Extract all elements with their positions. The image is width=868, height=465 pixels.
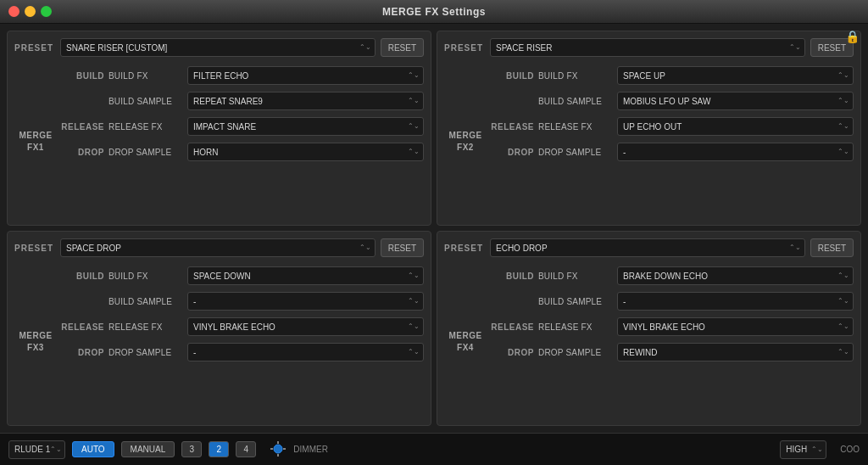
build-sample-select-3[interactable]: - [187, 292, 424, 311]
side-label-2: MERGE FX2 [444, 64, 487, 218]
preset-select-wrapper-1[interactable]: SNARE RISER [CUSTOM] [60, 38, 376, 57]
release-fx-select-wrapper-4[interactable]: VINYL BRAKE ECHO [617, 317, 854, 336]
release-label-4: RELEASE [490, 322, 534, 332]
build-sample-label-3: BUILD SAMPLE [108, 297, 183, 306]
preset-select-4[interactable]: ECHO DROP [490, 238, 805, 257]
drop-sample-select-3[interactable]: - [187, 343, 424, 361]
release-fx-select-wrapper-1[interactable]: IMPACT SNARE [187, 117, 424, 136]
release-fx-select-wrapper-2[interactable]: UP ECHO OUT [617, 117, 854, 136]
drop-sample-label-1: DROP SAMPLE [108, 148, 183, 157]
build-sample-select-wrapper-4[interactable]: - [617, 292, 854, 311]
close-button[interactable] [8, 6, 19, 17]
preset-select-1[interactable]: SNARE RISER [CUSTOM] [60, 38, 376, 57]
drop-sample-label-4: DROP SAMPLE [538, 348, 613, 357]
release-fx-select-2[interactable]: UP ECHO OUT [617, 117, 854, 136]
preset-label-3: PRESET [14, 244, 55, 253]
build-fx-row-1: BUILD BUILD FX FILTER ECHO [60, 64, 424, 87]
release-fx-label-1: RELEASE FX [108, 122, 183, 132]
dimmer-icon [270, 440, 287, 459]
drop-sample-select-wrapper-2[interactable]: - [617, 143, 854, 161]
side-label-1: MERGE FX1 [14, 64, 57, 218]
preset-select-2[interactable]: SPACE RISER [490, 38, 805, 57]
high-select-wrapper[interactable]: HIGH [780, 440, 826, 459]
build-fx-select-wrapper-1[interactable]: FILTER ECHO [187, 66, 424, 85]
release-fx-row-3: RELEASE RELEASE FX VINYL BRAKE ECHO [60, 316, 424, 338]
build-fx-select-3[interactable]: SPACE DOWN [187, 266, 424, 285]
drop-sample-select-1[interactable]: HORN [187, 143, 424, 161]
num3-button[interactable]: 3 [181, 441, 202, 457]
fx-panel-2: PRESET SPACE RISER RESET MERGE FX2 BUILD… [437, 31, 861, 226]
build-sample-select-wrapper-1[interactable]: REPEAT SNARE9 [187, 92, 424, 110]
preset-select-wrapper-3[interactable]: SPACE DROP [60, 238, 376, 257]
build-sample-row-3: BUILD SAMPLE - [60, 290, 424, 312]
drop-sample-select-wrapper-3[interactable]: - [187, 343, 424, 361]
build-sample-label-4: BUILD SAMPLE [538, 297, 613, 306]
side-label-4: MERGE FX4 [444, 265, 487, 418]
build-sample-label-2: BUILD SAMPLE [538, 97, 613, 106]
drop-sample-row-3: DROP DROP SAMPLE - [60, 341, 424, 363]
prelude-select-wrapper[interactable]: RLUDE 1 [8, 440, 65, 459]
release-label-2: RELEASE [490, 122, 534, 132]
release-fx-label-2: RELEASE FX [538, 122, 613, 132]
panel-body-4: MERGE FX4 BUILD BUILD FX BRAKE DOWN ECHO… [444, 265, 854, 418]
build-fx-label-3: BUILD FX [108, 272, 183, 281]
drop-label-2: DROP [490, 148, 534, 157]
drop-sample-select-4[interactable]: REWIND [617, 343, 854, 361]
fx-panel-4: PRESET ECHO DROP RESET MERGE FX4 BUILD B… [437, 231, 861, 426]
build-fx-select-1[interactable]: FILTER ECHO [187, 66, 424, 85]
num4-button[interactable]: 4 [236, 441, 256, 457]
reset-button-4[interactable]: RESET [810, 238, 854, 257]
dimmer-svg [270, 440, 287, 457]
reset-button-1[interactable]: RESET [381, 38, 424, 57]
lock-icon: 🔒 [845, 30, 860, 43]
bottom-bar: RLUDE 1 AUTO MANUAL 3 2 4 DIMMER HIGH CO… [0, 433, 868, 465]
preset-select-wrapper-2[interactable]: SPACE RISER [490, 38, 805, 57]
build-fx-select-wrapper-3[interactable]: SPACE DOWN [187, 266, 424, 285]
sections-4: BUILD BUILD FX BRAKE DOWN ECHO BUILD SAM… [490, 265, 854, 418]
build-fx-select-wrapper-4[interactable]: BRAKE DOWN ECHO [617, 266, 854, 285]
drop-sample-select-wrapper-1[interactable]: HORN [187, 143, 424, 161]
preset-select-wrapper-4[interactable]: ECHO DROP [490, 238, 805, 257]
title-bar: MERGE FX Settings 🔒 [0, 0, 868, 24]
drop-label-4: DROP [490, 348, 534, 357]
high-select[interactable]: HIGH [780, 440, 826, 459]
num2-button[interactable]: 2 [209, 441, 229, 457]
auto-button[interactable]: AUTO [72, 441, 114, 457]
prelude-select[interactable]: RLUDE 1 [8, 440, 65, 459]
build-sample-label-1: BUILD SAMPLE [108, 97, 183, 106]
build-sample-row-2: BUILD SAMPLE MOBIUS LFO UP SAW [490, 90, 854, 112]
release-fx-select-4[interactable]: VINYL BRAKE ECHO [617, 317, 854, 336]
minimize-button[interactable] [25, 6, 36, 17]
release-fx-label-4: RELEASE FX [538, 322, 613, 332]
build-sample-select-wrapper-3[interactable]: - [187, 292, 424, 311]
build-sample-select-wrapper-2[interactable]: MOBIUS LFO UP SAW [617, 92, 854, 110]
drop-sample-select-2[interactable]: - [617, 143, 854, 161]
coo-label: COO [840, 445, 860, 454]
build-sample-row-4: BUILD SAMPLE - [490, 290, 854, 312]
build-fx-select-wrapper-2[interactable]: SPACE UP [617, 66, 854, 85]
build-fx-row-2: BUILD BUILD FX SPACE UP [490, 64, 854, 87]
drop-sample-row-1: DROP DROP SAMPLE HORN [60, 141, 424, 163]
preset-label-1: PRESET [14, 43, 55, 53]
manual-button[interactable]: MANUAL [121, 441, 175, 457]
build-fx-row-3: BUILD BUILD FX SPACE DOWN [60, 265, 424, 287]
build-fx-select-4[interactable]: BRAKE DOWN ECHO [617, 266, 854, 285]
release-fx-select-wrapper-3[interactable]: VINYL BRAKE ECHO [187, 317, 424, 336]
dimmer-label: DIMMER [293, 445, 328, 454]
reset-button-3[interactable]: RESET [381, 238, 424, 257]
build-sample-select-2[interactable]: MOBIUS LFO UP SAW [617, 92, 854, 110]
drop-sample-select-wrapper-4[interactable]: REWIND [617, 343, 854, 361]
release-fx-select-3[interactable]: VINYL BRAKE ECHO [187, 317, 424, 336]
maximize-button[interactable] [41, 6, 52, 17]
preset-select-3[interactable]: SPACE DROP [60, 238, 376, 257]
build-fx-label-2: BUILD FX [538, 71, 613, 81]
main-content: PRESET SNARE RISER [CUSTOM] RESET MERGE … [0, 24, 868, 433]
release-fx-select-1[interactable]: IMPACT SNARE [187, 117, 424, 136]
build-fx-select-2[interactable]: SPACE UP [617, 66, 854, 85]
sections-2: BUILD BUILD FX SPACE UP BUILD SAMPLE MOB… [490, 64, 854, 218]
preset-row-3: PRESET SPACE DROP RESET [14, 238, 424, 257]
sections-3: BUILD BUILD FX SPACE DOWN BUILD SAMPLE - [60, 265, 424, 418]
window-title: MERGE FX Settings [382, 6, 486, 18]
build-sample-select-1[interactable]: REPEAT SNARE9 [187, 92, 424, 110]
build-sample-select-4[interactable]: - [617, 292, 854, 311]
